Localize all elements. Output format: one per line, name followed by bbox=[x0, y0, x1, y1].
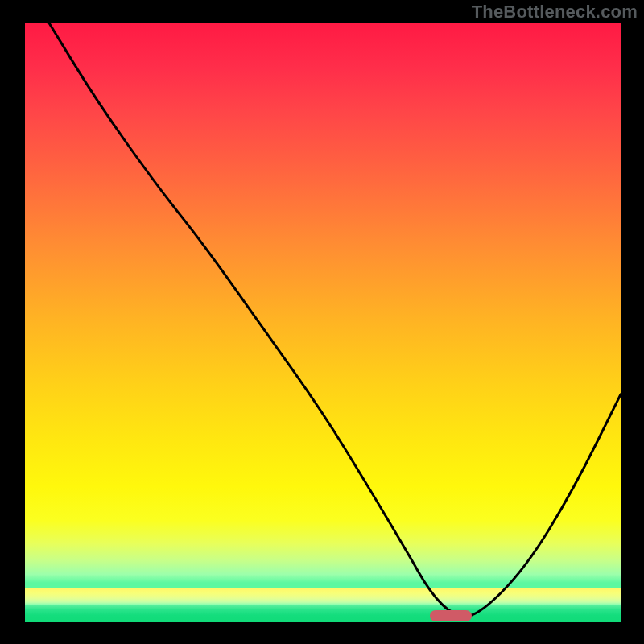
optimal-marker bbox=[430, 610, 472, 621]
bottleneck-curve bbox=[25, 23, 621, 622]
watermark-text: TheBottleneck.com bbox=[472, 2, 638, 23]
chart-frame: TheBottleneck.com bbox=[0, 0, 644, 644]
plot-area bbox=[25, 23, 621, 622]
